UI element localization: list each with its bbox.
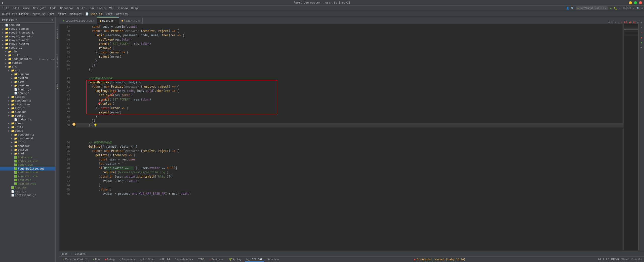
plugin-name[interactable]: JRebel Console <box>621 258 642 261</box>
more-toolbar-icon[interactable]: ⋯ <box>618 21 620 24</box>
run-btn[interactable]: ▶ <box>610 6 612 10</box>
list-item[interactable]: ▼ 📁 src <box>0 65 55 69</box>
list-item[interactable]: ▶ 📁 build <box>0 53 55 57</box>
win-close[interactable] <box>639 1 642 4</box>
sidebar-item-loginbygitee[interactable]: 🟩 loginByGitee.vue <box>0 167 55 171</box>
problems-btn[interactable]: ⚠ Problems <box>208 257 225 261</box>
warning-marker[interactable]: ▲ <box>639 35 643 39</box>
expand-btn2[interactable]: ▲ <box>640 21 642 24</box>
list-item[interactable]: ▶ 📁 ruoyi-generator <box>0 35 55 38</box>
nav-userjs[interactable]: 📄user.js <box>85 12 102 16</box>
list-item[interactable]: 📄 menu.js <box>0 91 55 95</box>
list-item[interactable]: ▶ 📁 monitor <box>0 144 55 148</box>
list-item[interactable]: ▶ 📁 utils <box>0 125 55 129</box>
pencil-icon[interactable]: ✎ <box>639 25 643 29</box>
list-item[interactable]: 🟩 App.vue <box>0 186 55 189</box>
list-item[interactable]: ▶ 📁 public <box>0 61 55 65</box>
nav-ui[interactable]: ruoyi-ui <box>32 12 46 16</box>
code-content[interactable]: const uuid = userInfo.uuid return new Pr… <box>76 24 623 251</box>
list-item[interactable]: ▼ 📁 api <box>0 69 55 72</box>
list-item[interactable]: ▶ 📁 bin <box>0 50 55 53</box>
tab-close-userjs[interactable]: ✕ <box>115 19 116 22</box>
list-item[interactable]: ▶ 📁 ruoyi-system <box>0 42 55 46</box>
tab-close-loginbygitee[interactable]: ✕ <box>93 19 94 22</box>
tab-userjs[interactable]: ■ user.js ✕ <box>97 17 119 24</box>
rebel-label[interactable]: Rebel <box>56 82 59 89</box>
list-item[interactable]: ▶ 📁 dashboard <box>0 137 55 140</box>
list-item[interactable]: 📄 main.js <box>0 189 55 193</box>
menu-view[interactable]: View <box>21 6 31 10</box>
list-item[interactable]: ▶ 📁 directive <box>0 103 55 106</box>
list-item[interactable]: ▶ 📁 components <box>0 133 55 137</box>
menu-navigate[interactable]: Navigate <box>32 6 48 10</box>
list-item[interactable]: 📄 index.js <box>0 118 55 121</box>
list-item[interactable]: 🟩 test.vue <box>0 178 55 182</box>
list-item[interactable]: 🟩 register.vue <box>0 174 55 178</box>
structure-toolbar-icon[interactable]: ≡ <box>612 21 613 24</box>
info-marker[interactable]: ▲ <box>639 40 643 44</box>
list-item[interactable]: 📄 permission.js <box>0 193 55 197</box>
terminal-btn[interactable]: >_ Terminal <box>245 257 264 261</box>
bookmarks-label[interactable]: Bookmarks <box>56 27 59 40</box>
list-item[interactable]: › 📄 pom.xml <box>0 23 55 27</box>
menu-file[interactable]: File <box>1 6 11 10</box>
todo-btn[interactable]: TODO <box>196 257 206 261</box>
list-item[interactable]: ▶ 📁 weather <box>0 84 55 87</box>
list-item[interactable]: ▶ 📁 ruoyi-quartz <box>0 38 55 42</box>
menu-run[interactable]: Run <box>87 6 95 10</box>
sidebar-options[interactable]: ⚙ <box>51 18 53 21</box>
settings-icon[interactable]: ⚙ <box>641 7 643 10</box>
list-item[interactable]: 🟩 redirect.vue <box>0 171 55 174</box>
list-item[interactable]: 📄 login.js <box>0 87 55 91</box>
tab-loginbygitee[interactable]: ■ loginByGitee.vue ✕ <box>60 17 97 24</box>
titlebar-controls[interactable] <box>629 1 642 4</box>
nav-project[interactable]: RuoYi-Vue-master <box>2 12 29 16</box>
list-item[interactable]: ▶ 📁 system <box>0 148 55 152</box>
nav-src[interactable]: src <box>49 12 54 16</box>
dependencies-btn[interactable]: Dependencies <box>173 257 194 261</box>
line-sep[interactable]: LF <box>606 258 609 261</box>
run-status-btn[interactable]: ▶ Run <box>91 257 101 261</box>
win-minimize[interactable] <box>629 1 632 4</box>
endpoints-btn[interactable]: ○ Endpoints <box>118 257 137 261</box>
tab-loginjs[interactable]: ■ login.js ✕ <box>119 17 142 24</box>
list-item[interactable]: ▶ 📁 ruoyi-common <box>0 27 55 31</box>
list-item[interactable]: ▶ 📁 tool <box>0 152 55 155</box>
vcs-btn[interactable]: ↕ Version Control <box>61 257 89 261</box>
services-btn[interactable]: Services <box>266 257 281 261</box>
debug-btn[interactable]: 🐛 <box>614 7 617 10</box>
list-item[interactable]: ▼ 📁 ruoyi-ui <box>0 46 55 50</box>
list-item[interactable]: ▶ 📁 system <box>0 76 55 80</box>
menu-build[interactable]: Build <box>75 6 87 10</box>
list-item[interactable]: ▼ 📁 views <box>0 129 55 133</box>
expand-right[interactable]: ⊞ <box>639 45 643 49</box>
list-item[interactable]: ▶ 📁 ruoyi-framework <box>0 31 55 35</box>
settings-toolbar-icon[interactable]: ⚙ <box>608 21 610 24</box>
search-icon[interactable]: 🔍 <box>571 7 574 10</box>
search-files-icon[interactable]: 🔍 <box>636 7 639 10</box>
menu-edit[interactable]: Edit <box>11 6 21 10</box>
nav-actions[interactable]: actions <box>116 12 128 16</box>
run-config-selector[interactable]: ▶ RuoYiApplication ▾ <box>576 6 608 10</box>
list-item[interactable]: 🟩 login.vue <box>0 163 55 167</box>
list-item[interactable]: ▶ 📁 layout <box>0 106 55 110</box>
nav-modules[interactable]: modules <box>70 12 82 16</box>
coverage-btn[interactable]: ☑ <box>619 7 620 10</box>
list-item[interactable]: 🟩 weather.vue <box>0 182 55 186</box>
expand-btn[interactable]: ▲ <box>637 21 639 24</box>
profiler-btn[interactable]: ○ Profiler <box>139 257 156 261</box>
menu-window[interactable]: Window <box>116 6 129 10</box>
spring-btn[interactable]: 🌱 Spring <box>227 257 243 261</box>
list-item[interactable]: ▶ 📁 error <box>0 140 55 144</box>
error-marker[interactable]: ⚠ <box>639 30 643 34</box>
nav-store[interactable]: store <box>58 12 66 16</box>
menu-help[interactable]: Help <box>130 6 140 10</box>
list-item[interactable]: ▶ 📁 tool <box>0 80 55 84</box>
tab-close-loginjs[interactable]: ✕ <box>138 19 140 22</box>
profile-icon[interactable]: 👤 <box>566 7 569 10</box>
build-btn[interactable]: ⚙ Build <box>158 257 171 261</box>
list-item[interactable]: ▶ 📁 plugins <box>0 110 55 114</box>
list-item[interactable]: 🟩 index_v1.vue <box>0 159 55 163</box>
cursor-position[interactable]: 69:7 <box>598 258 604 261</box>
debug-status-btn[interactable]: ● Debug <box>103 257 116 261</box>
